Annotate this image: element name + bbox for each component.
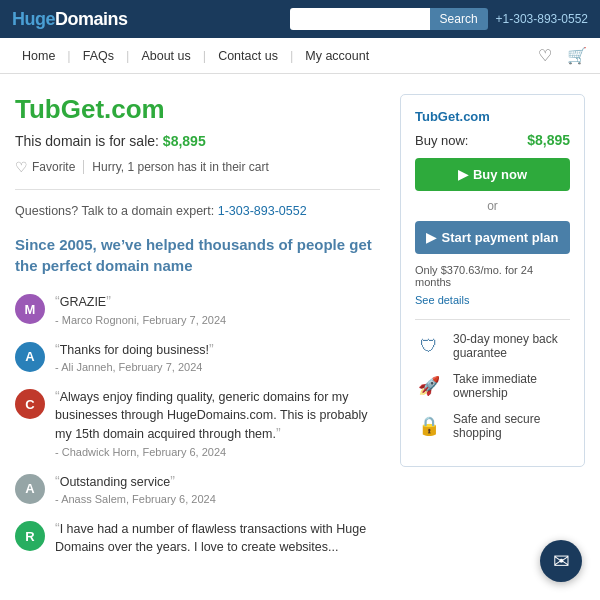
review-quote: “Always enjoy finding quality, generic d… bbox=[55, 387, 380, 444]
domain-actions: ♡ Favorite Hurry, 1 person has it in the… bbox=[15, 159, 380, 175]
main-nav: Home | FAQs | About us | Contact us | My… bbox=[0, 38, 600, 74]
logo-huge: Huge bbox=[12, 9, 55, 29]
review-item: M “GRAZIE” - Marco Rognoni, February 7, … bbox=[15, 292, 380, 326]
panel-separator bbox=[415, 319, 570, 320]
site-header: HugeDomains Search +1-303-893-0552 bbox=[0, 0, 600, 38]
header-phone: +1-303-893-0552 bbox=[496, 12, 588, 26]
play-icon-2: ▶ bbox=[426, 230, 436, 245]
play-icon: ▶ bbox=[458, 167, 468, 182]
domain-title: TubGet.com bbox=[15, 94, 380, 125]
plan-note: Only $370.63/mo. for 24 months bbox=[415, 264, 570, 288]
left-column: TubGet.com This domain is for sale: $8,8… bbox=[15, 94, 380, 571]
review-meta: - Ali Janneh, February 7, 2024 bbox=[55, 361, 380, 373]
panel-domain-name: TubGet.com bbox=[415, 109, 570, 124]
avatar: M bbox=[15, 294, 45, 324]
trust-item-1: 🛡 30-day money back guarantee bbox=[415, 332, 570, 360]
shield-icon: 🛡 bbox=[415, 332, 443, 360]
nav-links: Home | FAQs | About us | Contact us | My… bbox=[12, 41, 379, 71]
review-text: “Outstanding service” - Anass Salem, Feb… bbox=[55, 472, 380, 506]
avatar: A bbox=[15, 342, 45, 372]
review-quote: “I have had a number of flawless transac… bbox=[55, 519, 380, 556]
review-quote: “GRAZIE” bbox=[55, 292, 380, 312]
trust-item-2: 🚀 Take immediate ownership bbox=[415, 372, 570, 400]
rocket-icon: 🚀 bbox=[415, 372, 443, 400]
nav-account[interactable]: My account bbox=[295, 41, 379, 71]
wishlist-icon[interactable]: ♡ bbox=[534, 45, 556, 67]
review-quote: “Outstanding service” bbox=[55, 472, 380, 492]
avatar: A bbox=[15, 474, 45, 504]
buy-now-label: Buy now: bbox=[415, 133, 468, 148]
expert-phone-link[interactable]: 1-303-893-0552 bbox=[218, 204, 307, 218]
nav-home[interactable]: Home bbox=[12, 41, 65, 71]
domain-sale-text: This domain is for sale: $8,895 bbox=[15, 133, 380, 149]
heart-icon: ♡ bbox=[15, 159, 28, 175]
avatar: C bbox=[15, 389, 45, 419]
trust-item-3: 🔒 Safe and secure shopping bbox=[415, 412, 570, 440]
search-button[interactable]: Search bbox=[430, 8, 488, 30]
favorite-button[interactable]: ♡ Favorite bbox=[15, 159, 75, 175]
payment-plan-button[interactable]: ▶ Start payment plan bbox=[415, 221, 570, 254]
review-meta: - Chadwick Horn, February 6, 2024 bbox=[55, 446, 380, 458]
see-details-link[interactable]: See details bbox=[415, 294, 469, 306]
right-column: TubGet.com Buy now: $8,895 ▶ Buy now or … bbox=[400, 94, 585, 571]
review-text: “GRAZIE” - Marco Rognoni, February 7, 20… bbox=[55, 292, 380, 326]
chat-button[interactable]: ✉ bbox=[540, 540, 582, 582]
review-text: “Always enjoy finding quality, generic d… bbox=[55, 387, 380, 458]
domain-price: $8,895 bbox=[163, 133, 206, 149]
review-item: C “Always enjoy finding quality, generic… bbox=[15, 387, 380, 458]
lock-icon: 🔒 bbox=[415, 412, 443, 440]
purchase-panel: TubGet.com Buy now: $8,895 ▶ Buy now or … bbox=[400, 94, 585, 467]
cart-note: Hurry, 1 person has it in their cart bbox=[92, 160, 269, 174]
review-item: A “Outstanding service” - Anass Salem, F… bbox=[15, 472, 380, 506]
search-input[interactable] bbox=[290, 8, 430, 30]
reviews-list: M “GRAZIE” - Marco Rognoni, February 7, … bbox=[15, 292, 380, 557]
review-meta: - Marco Rognoni, February 7, 2024 bbox=[55, 314, 380, 326]
header-right: Search +1-303-893-0552 bbox=[290, 8, 588, 30]
site-logo[interactable]: HugeDomains bbox=[12, 9, 128, 30]
review-text: “I have had a number of flawless transac… bbox=[55, 519, 380, 556]
nav-faqs[interactable]: FAQs bbox=[73, 41, 124, 71]
or-label: or bbox=[415, 199, 570, 213]
panel-price: $8,895 bbox=[527, 132, 570, 148]
search-bar: Search bbox=[290, 8, 488, 30]
trust-label-1: 30-day money back guarantee bbox=[453, 332, 570, 360]
trust-label-2: Take immediate ownership bbox=[453, 372, 570, 400]
logo-domains: Domains bbox=[55, 9, 128, 29]
review-text: “Thanks for doing business!” - Ali Janne… bbox=[55, 340, 380, 374]
avatar: R bbox=[15, 521, 45, 551]
separator bbox=[15, 189, 380, 190]
panel-price-row: Buy now: $8,895 bbox=[415, 132, 570, 148]
review-item: R “I have had a number of flawless trans… bbox=[15, 519, 380, 556]
review-item: A “Thanks for doing business!” - Ali Jan… bbox=[15, 340, 380, 374]
tagline-text: Since 2005, we’ve helped thousands of pe… bbox=[15, 234, 380, 276]
expert-line: Questions? Talk to a domain expert: 1-30… bbox=[15, 204, 380, 218]
cart-icon[interactable]: 🛒 bbox=[566, 45, 588, 67]
nav-icons: ♡ 🛒 bbox=[534, 45, 588, 67]
review-quote: “Thanks for doing business!” bbox=[55, 340, 380, 360]
buy-now-button[interactable]: ▶ Buy now bbox=[415, 158, 570, 191]
trust-label-3: Safe and secure shopping bbox=[453, 412, 570, 440]
main-content: TubGet.com This domain is for sale: $8,8… bbox=[0, 74, 600, 591]
nav-contact[interactable]: Contact us bbox=[208, 41, 288, 71]
review-meta: - Anass Salem, February 6, 2024 bbox=[55, 493, 380, 505]
action-divider bbox=[83, 160, 84, 174]
nav-about[interactable]: About us bbox=[131, 41, 200, 71]
